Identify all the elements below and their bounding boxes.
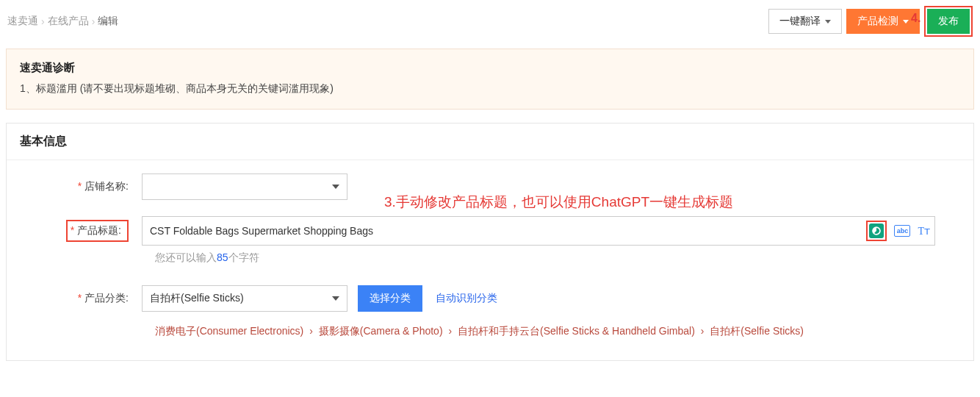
choose-category-button[interactable]: 选择分类 xyxy=(358,285,422,312)
row-product-category: *产品分类: 自拍杆(Selfie Sticks) 选择分类 自动识别分类 xyxy=(24,285,956,312)
product-title-input[interactable] xyxy=(150,225,866,237)
label-product-category: *产品分类: xyxy=(24,292,142,305)
label-store-name: *店铺名称: xyxy=(24,180,142,193)
basic-info-card: 基本信息 *店铺名称: 3.手动修改产品标题，也可以使用ChatGPT一键生成标… xyxy=(6,123,974,361)
translate-button-label: 一键翻译 xyxy=(779,15,821,28)
hint-suffix: 个字符 xyxy=(228,251,259,263)
label-title-highlight-box: *产品标题: xyxy=(66,220,129,242)
label-product-category-text: 产品分类: xyxy=(84,292,129,304)
annotation-text-3: 3.手动修改产品标题，也可以使用ChatGPT一键生成标题 xyxy=(384,193,733,212)
required-star-icon: * xyxy=(78,180,82,192)
breadcrumb-item-root[interactable]: 速卖通 xyxy=(7,15,38,28)
label-store-name-text: 店铺名称: xyxy=(84,180,129,192)
chevron-down-icon xyxy=(903,20,909,24)
breadcrumb-separator: › xyxy=(92,15,96,27)
breadcrumb: 速卖通 › 在线产品 › 编辑 xyxy=(7,15,118,28)
chatgpt-swirl-icon xyxy=(871,226,882,236)
hint-prefix: 您还可以输入 xyxy=(155,251,217,263)
chevron-down-icon xyxy=(332,296,339,301)
category-select[interactable]: 自拍杆(Selfie Sticks) xyxy=(142,285,347,312)
breadcrumb-item-current: 编辑 xyxy=(98,15,118,28)
breadcrumb-item-products[interactable]: 在线产品 xyxy=(48,15,89,28)
category-select-value: 自拍杆(Selfie Sticks) xyxy=(150,292,244,305)
publish-button-label: 发布 xyxy=(938,15,959,28)
store-name-select[interactable] xyxy=(142,174,347,200)
publish-button[interactable]: 发布 xyxy=(927,9,970,34)
title-input-icons: abc Tᴛ xyxy=(866,221,930,241)
auto-category-link[interactable]: 自动识别分类 xyxy=(436,292,497,305)
diagnostic-title: 速卖通诊断 xyxy=(20,61,960,75)
card-body: *店铺名称: 3.手动修改产品标题，也可以使用ChatGPT一键生成标题 *产品… xyxy=(7,160,973,338)
category-path-sep: › xyxy=(701,325,705,337)
breadcrumb-separator: › xyxy=(41,15,45,27)
publish-highlight-box: 4. 发布 xyxy=(924,6,973,37)
required-star-icon: * xyxy=(71,224,74,236)
abc-icon[interactable]: abc xyxy=(894,225,910,237)
product-title-input-wrap: abc Tᴛ xyxy=(142,216,935,246)
category-path-sep: › xyxy=(309,325,313,337)
category-path-item[interactable]: 消费电子(Consumer Electronics) xyxy=(155,325,303,337)
chatgpt-icon-highlight-box xyxy=(866,221,887,241)
text-case-icon[interactable]: Tᴛ xyxy=(918,225,930,237)
hint-count: 85 xyxy=(217,251,228,263)
category-path-sep: › xyxy=(448,325,452,337)
category-path-item[interactable]: 摄影摄像(Camera & Photo) xyxy=(319,325,443,337)
category-path-item[interactable]: 自拍杆(Selfie Sticks) xyxy=(710,325,804,337)
annotation-number-4: 4. xyxy=(911,12,920,25)
row-product-title: 3.手动修改产品标题，也可以使用ChatGPT一键生成标题 *产品标题: abc… xyxy=(24,216,956,246)
chevron-down-icon xyxy=(332,185,339,189)
product-detect-label: 产品检测 xyxy=(857,15,898,28)
diagnostic-panel: 速卖通诊断 1、标题滥用 (请不要出现标题堆砌、商品本身无关的关键词滥用现象) xyxy=(6,49,974,110)
card-header: 基本信息 xyxy=(7,124,973,160)
category-path: 消费电子(Consumer Electronics) › 摄影摄像(Camera… xyxy=(155,325,956,338)
diagnostic-item: 1、标题滥用 (请不要出现标题堆砌、商品本身无关的关键词滥用现象) xyxy=(20,82,960,96)
top-buttons: 一键翻译 产品检测 4. 发布 xyxy=(768,6,973,37)
label-product-title-text: 产品标题: xyxy=(77,224,121,236)
translate-button[interactable]: 一键翻译 xyxy=(768,9,842,34)
chevron-down-icon xyxy=(825,20,831,24)
title-char-hint: 您还可以输入85个字符 xyxy=(155,251,956,265)
label-product-title: *产品标题: xyxy=(24,220,142,242)
product-detect-button[interactable]: 产品检测 xyxy=(846,9,920,34)
required-star-icon: * xyxy=(78,292,82,304)
topbar: 速卖通 › 在线产品 › 编辑 一键翻译 产品检测 4. 发布 xyxy=(0,0,980,43)
chatgpt-icon[interactable] xyxy=(869,223,884,238)
category-path-item[interactable]: 自拍杆和手持云台(Selfie Sticks & Handheld Gimbal… xyxy=(458,325,695,337)
